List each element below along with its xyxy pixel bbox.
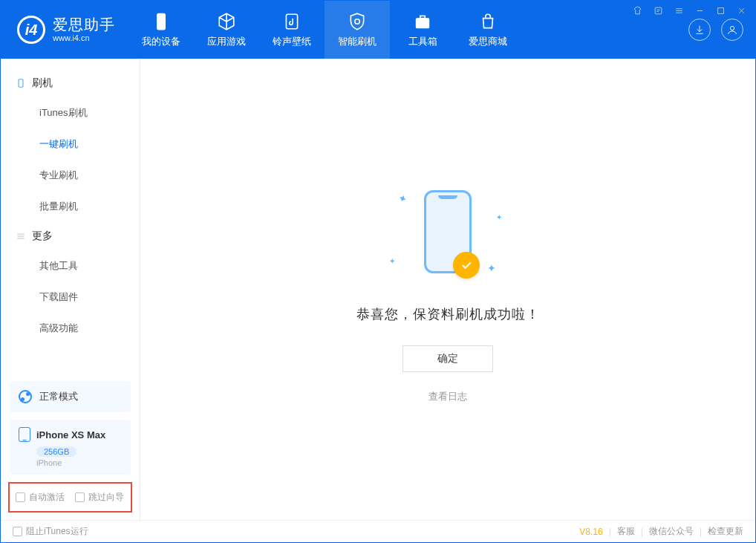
download-button[interactable]: [688, 19, 711, 41]
options-highlight-row: 自动激活 跳过向导: [8, 482, 132, 513]
nav-tools[interactable]: 工具箱: [390, 1, 455, 59]
nav-my-device[interactable]: 我的设备: [128, 1, 194, 59]
svg-rect-6: [717, 7, 723, 13]
sidebar-item-batch[interactable]: 批量刷机: [1, 191, 140, 222]
nav-flash[interactable]: 智能刷机: [325, 1, 390, 59]
feedback-icon[interactable]: [652, 4, 664, 16]
nav-label: 工具箱: [408, 35, 437, 48]
success-message: 恭喜您，保资料刷机成功啦！: [356, 305, 540, 323]
music-file-icon: [282, 12, 302, 31]
menu-icon[interactable]: [673, 4, 685, 16]
nav-label: 铃声壁纸: [273, 35, 311, 48]
section-label: 刷机: [32, 77, 53, 90]
minimize-button[interactable]: [694, 4, 706, 16]
wechat-link[interactable]: 微信公众号: [649, 525, 694, 538]
nav-ringtones[interactable]: 铃声壁纸: [259, 1, 325, 59]
sparkle-icon: ✦: [397, 191, 409, 205]
checkbox-label: 跳过向导: [88, 491, 124, 504]
view-log-link[interactable]: 查看日志: [428, 390, 467, 403]
separator: |: [700, 527, 702, 537]
confirm-button[interactable]: 确定: [403, 345, 493, 372]
app-title: 爱思助手: [53, 16, 115, 33]
sidebar-item-itunes[interactable]: iTunes刷机: [1, 97, 140, 129]
section-label: 更多: [32, 230, 53, 243]
nav-apps[interactable]: 应用游戏: [194, 1, 259, 59]
sidebar-section-flash: 刷机: [1, 69, 140, 97]
logo-icon: i4: [17, 16, 45, 44]
svg-rect-0: [157, 13, 166, 30]
sidebar-item-advanced[interactable]: 高级功能: [1, 313, 140, 344]
phone-icon: [151, 12, 171, 31]
checkbox-skip-guide[interactable]: 跳过向导: [75, 491, 124, 504]
device-name: iPhone XS Max: [36, 429, 105, 440]
check-update-link[interactable]: 检查更新: [708, 525, 743, 538]
nav-label: 应用游戏: [207, 35, 246, 48]
checkmark-badge-icon: [453, 252, 480, 279]
sidebar-section-more: 更多: [1, 222, 140, 250]
nav-label: 智能刷机: [338, 35, 377, 48]
svg-rect-7: [19, 79, 23, 88]
device-type: iPhone: [36, 458, 122, 467]
bag-icon: [478, 12, 498, 31]
user-button[interactable]: [721, 19, 743, 41]
app-logo: i4 爱思助手 www.i4.cn: [1, 1, 128, 59]
success-illustration: ✦ ✦ ✦ ✦: [385, 176, 511, 287]
connected-device[interactable]: iPhone XS Max 256GB iPhone: [10, 420, 131, 475]
checkbox-block-itunes[interactable]: 阻止iTunes运行: [13, 525, 88, 538]
checkbox-label: 阻止iTunes运行: [26, 525, 88, 538]
device-phone-icon: [19, 427, 30, 442]
nav-label: 我的设备: [142, 35, 180, 48]
separator: |: [641, 527, 643, 537]
support-link[interactable]: 客服: [617, 525, 635, 538]
sparkle-icon: ✦: [487, 262, 496, 274]
svg-point-4: [730, 26, 734, 30]
separator: |: [609, 527, 611, 537]
checkbox-auto-activate[interactable]: 自动激活: [16, 491, 65, 504]
maximize-button[interactable]: [714, 4, 726, 16]
svg-rect-3: [420, 16, 426, 18]
skin-icon[interactable]: [631, 4, 643, 16]
sparkle-icon: ✦: [389, 257, 395, 265]
cube-icon: [217, 12, 236, 31]
device-storage-badge: 256GB: [36, 446, 76, 457]
nav-label: 爱思商城: [469, 35, 507, 48]
app-subtitle: www.i4.cn: [53, 33, 115, 43]
sidebar-item-firmware[interactable]: 下载固件: [1, 282, 140, 313]
sparkle-icon: ✦: [496, 213, 502, 221]
nav-store[interactable]: 爱思商城: [455, 1, 521, 59]
sidebar-item-pro[interactable]: 专业刷机: [1, 160, 140, 191]
sidebar-item-other[interactable]: 其他工具: [1, 250, 140, 282]
checkbox-icon: [75, 492, 85, 502]
list-icon: [16, 231, 26, 241]
checkbox-icon: [13, 527, 22, 536]
shield-refresh-icon: [348, 12, 367, 31]
phone-outline-icon: [16, 78, 26, 88]
checkbox-icon: [16, 492, 25, 502]
mode-indicator[interactable]: 正常模式: [10, 381, 131, 412]
version-label: V8.16: [579, 527, 602, 537]
checkbox-label: 自动激活: [29, 491, 65, 504]
sidebar-item-onekey[interactable]: 一键刷机: [1, 129, 140, 160]
mode-icon: [19, 390, 32, 403]
svg-rect-2: [416, 18, 428, 27]
close-button[interactable]: [735, 4, 747, 16]
svg-rect-5: [655, 7, 662, 14]
svg-rect-1: [286, 14, 297, 29]
mode-label: 正常模式: [39, 390, 78, 403]
toolbox-icon: [413, 12, 432, 31]
